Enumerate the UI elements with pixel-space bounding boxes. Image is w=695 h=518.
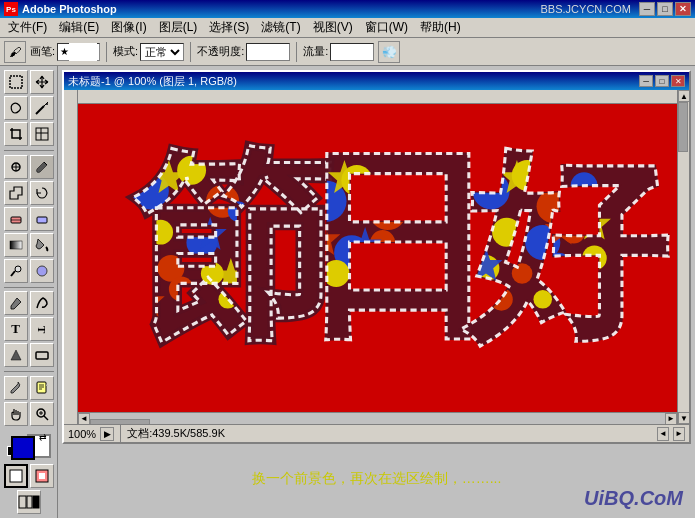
- menu-help[interactable]: 帮助(H): [414, 17, 467, 38]
- main-layout: T T: [0, 66, 695, 518]
- canvas-area: 未标题-1 @ 100% (图层 1, RGB/8) ─ □ ✕: [58, 66, 695, 518]
- scroll-down-button[interactable]: ▼: [678, 412, 689, 424]
- tool-sep-3: [4, 371, 54, 372]
- slice-tool[interactable]: [30, 122, 54, 146]
- eraser-tool[interactable]: [4, 207, 28, 231]
- mode-label: 模式:: [113, 44, 138, 59]
- marquee-tool[interactable]: [4, 70, 28, 94]
- foreground-color-swatch[interactable]: [11, 436, 35, 460]
- vertical-scrollbar[interactable]: ▲ ▼: [677, 90, 689, 424]
- status-scroll-left[interactable]: ◄: [657, 427, 669, 441]
- minimize-button[interactable]: ─: [639, 2, 655, 16]
- quick-mask-mode-btn[interactable]: [30, 464, 54, 488]
- doc-info: 文档:439.5K/585.9K: [127, 426, 225, 441]
- eyedropper-tool[interactable]: [4, 376, 28, 400]
- history-brush-tool[interactable]: [30, 181, 54, 205]
- horizontal-scrollbar[interactable]: ◄ ►: [78, 412, 677, 424]
- airbrush-icon[interactable]: 💨: [378, 41, 400, 63]
- zoom-button[interactable]: ▶: [100, 427, 114, 441]
- shape-tool[interactable]: [30, 343, 54, 367]
- brush-label: 画笔:: [30, 44, 55, 59]
- doc-window-controls: ─ □ ✕: [639, 75, 685, 87]
- tool-row-hand: [4, 402, 54, 426]
- menu-image[interactable]: 图像(I): [105, 17, 152, 38]
- separator-1: [106, 42, 107, 62]
- scroll-up-button[interactable]: ▲: [678, 90, 689, 102]
- dodge-tool[interactable]: [4, 259, 28, 283]
- gradient-tool[interactable]: [4, 233, 28, 257]
- flow-label: 流量:: [303, 44, 328, 59]
- pen-tool[interactable]: [4, 291, 28, 315]
- menu-view[interactable]: 视图(V): [307, 17, 359, 38]
- flow-input[interactable]: 100%: [330, 43, 374, 61]
- clone-stamp-tool[interactable]: [4, 181, 28, 205]
- close-button[interactable]: ✕: [675, 2, 691, 16]
- zoom-tool[interactable]: [30, 402, 54, 426]
- tool-row-eraser: [4, 207, 54, 231]
- opacity-input[interactable]: 100%: [246, 43, 290, 61]
- svg-line-17: [11, 271, 15, 276]
- lasso-tool[interactable]: [4, 96, 28, 120]
- tool-sep-1: [4, 150, 54, 151]
- watermark: UiBQ.CoM: [584, 487, 683, 510]
- menu-filter[interactable]: 滤镜(T): [255, 17, 306, 38]
- options-bar: 🖌 画笔: ★ 30 模式: 正常 不透明度: 100% 流量: 100% 💨: [0, 38, 695, 66]
- maximize-button[interactable]: □: [657, 2, 673, 16]
- tool-row-2: [4, 96, 54, 120]
- menu-select[interactable]: 选择(S): [203, 17, 255, 38]
- background-eraser-tool[interactable]: [30, 207, 54, 231]
- document-statusbar: 100% ▶ 文档:439.5K/585.9K ◄ ►: [64, 424, 689, 442]
- svg-rect-15: [10, 241, 22, 249]
- status-scroll-right[interactable]: ►: [673, 427, 685, 441]
- menu-edit[interactable]: 编辑(E): [53, 17, 105, 38]
- brush-size-input[interactable]: 30: [69, 43, 97, 61]
- status-sep: [120, 424, 121, 444]
- doc-close-button[interactable]: ✕: [671, 75, 685, 87]
- color-swatches: ⇄: [7, 432, 51, 458]
- zoom-level: 100%: [68, 428, 96, 440]
- svg-rect-0: [10, 76, 22, 88]
- menu-layer[interactable]: 图层(L): [153, 17, 204, 38]
- brush-tool[interactable]: [30, 155, 54, 179]
- healing-brush-tool[interactable]: [4, 155, 28, 179]
- menu-file[interactable]: 文件(F): [2, 17, 53, 38]
- move-tool[interactable]: [30, 70, 54, 94]
- tool-row-crop: [4, 122, 54, 146]
- standard-mode-btn[interactable]: [4, 464, 28, 488]
- scroll-right-button[interactable]: ►: [665, 413, 677, 425]
- tool-row-pen: [4, 291, 54, 315]
- toolbox: T T: [0, 66, 58, 518]
- blur-tool[interactable]: [30, 259, 54, 283]
- menu-window[interactable]: 窗口(W): [359, 17, 414, 38]
- ruler-left: [64, 90, 78, 424]
- paint-bucket-tool[interactable]: [30, 233, 54, 257]
- bbs-label: BBS.JCYCN.COM: [541, 3, 631, 15]
- tool-row-gradient: [4, 233, 54, 257]
- doc-minimize-button[interactable]: ─: [639, 75, 653, 87]
- brush-tool-icon: 🖌: [4, 41, 26, 63]
- document-inner: 節 節 節: [64, 90, 689, 424]
- hand-tool[interactable]: [4, 402, 28, 426]
- tool-row-clone: [4, 181, 54, 205]
- screen-mode-btn[interactable]: [17, 490, 41, 514]
- crop-tool[interactable]: [4, 122, 28, 146]
- doc-maximize-button[interactable]: □: [655, 75, 669, 87]
- tool-row-mask: [4, 464, 54, 488]
- notes-tool[interactable]: [30, 376, 54, 400]
- magic-wand-tool[interactable]: [30, 96, 54, 120]
- document-main: 節 節 節: [78, 90, 677, 424]
- text-tool[interactable]: T: [4, 317, 28, 341]
- tool-row-text: T T: [4, 317, 54, 341]
- window-controls: ─ □ ✕: [639, 2, 691, 16]
- document-window: 未标题-1 @ 100% (图层 1, RGB/8) ─ □ ✕: [62, 70, 691, 444]
- document-titlebar: 未标题-1 @ 100% (图层 1, RGB/8) ─ □ ✕: [64, 72, 689, 90]
- path-selection-tool[interactable]: [4, 343, 28, 367]
- text-vertical-tool[interactable]: T: [30, 317, 54, 341]
- scroll-left-button[interactable]: ◄: [78, 413, 90, 425]
- svg-rect-19: [36, 352, 48, 359]
- canvas-svg: 節 節 節: [78, 104, 677, 412]
- swap-colors-icon[interactable]: ⇄: [39, 432, 51, 444]
- mode-select[interactable]: 正常: [140, 43, 184, 61]
- freeform-pen-tool[interactable]: [30, 291, 54, 315]
- svg-rect-30: [39, 473, 45, 479]
